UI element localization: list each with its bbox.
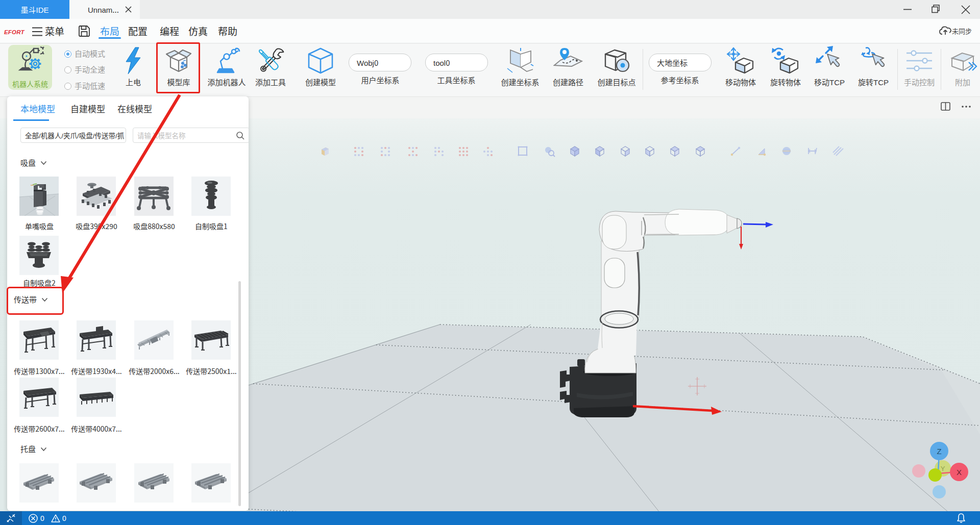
svg-text:0: 0: [62, 514, 66, 522]
svg-text:Z: Z: [937, 447, 941, 456]
svg-text:X: X: [957, 468, 962, 477]
svg-text:0: 0: [40, 514, 44, 522]
svg-text:Y: Y: [941, 465, 945, 472]
